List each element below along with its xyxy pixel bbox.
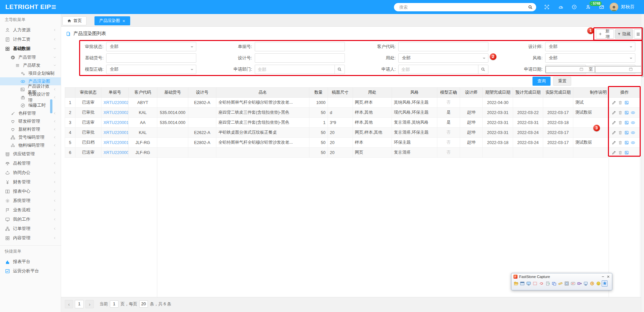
column-header[interactable]: 预计完成日期	[513, 88, 543, 98]
column-header[interactable]: 审批状态	[75, 88, 101, 98]
column-header[interactable]: 品名	[216, 88, 309, 98]
date-input[interactable]	[545, 65, 586, 74]
filter-select[interactable]: 全部	[106, 42, 196, 51]
column-header[interactable]: 制作说明	[573, 88, 609, 98]
order-number-link[interactable]: XRTU2200019	[103, 120, 129, 125]
image-icon[interactable]	[624, 110, 629, 115]
sidebar-scrollbar-thumb[interactable]	[50, 99, 52, 113]
tab-home[interactable]: 首页	[62, 16, 86, 25]
delete-icon[interactable]	[618, 120, 623, 125]
image-icon[interactable]	[624, 120, 629, 125]
faststone-caption-icon[interactable]	[570, 280, 576, 287]
sidebar-item[interactable]: 供应链管理	[0, 149, 61, 159]
column-header[interactable]: 单据号	[101, 88, 129, 98]
column-header[interactable]: 客户代码	[129, 88, 157, 98]
faststone-window[interactable]: F FastStone Capture	[511, 273, 612, 290]
column-header[interactable]: 风格	[392, 88, 437, 98]
faststone-freehand-icon[interactable]	[538, 280, 544, 287]
dashboard-icon[interactable]	[558, 4, 564, 10]
view-icon[interactable]	[631, 130, 635, 135]
tab-product-render[interactable]: 产品渲染图	[94, 16, 130, 25]
sidebar-toggle-icon[interactable]	[51, 4, 57, 11]
faststone-frame-icon[interactable]	[564, 280, 570, 287]
sidebar-item[interactable]: 报表平台	[0, 257, 61, 266]
faststone-fixed-region-icon[interactable]	[551, 280, 557, 287]
column-header[interactable]: 期望完成日期	[483, 88, 513, 98]
filter-search-input[interactable]	[255, 65, 335, 74]
sidebar-item[interactable]: 人力资源	[0, 25, 61, 35]
search-icon[interactable]	[528, 5, 533, 10]
filter-select[interactable]: 全部	[398, 53, 488, 63]
edit-icon[interactable]	[612, 130, 616, 135]
faststone-window-icon[interactable]	[519, 280, 525, 287]
delete-icon[interactable]	[618, 140, 623, 145]
sidebar-item[interactable]: 内容管理	[0, 233, 61, 243]
filter-text-input[interactable]	[106, 54, 196, 62]
column-header[interactable]: 实际完成日期	[543, 88, 573, 98]
add-button[interactable]: 新增	[596, 29, 614, 39]
prev-page-button[interactable]: ‹	[65, 300, 73, 308]
reset-button[interactable]: 重置	[553, 77, 571, 86]
order-number-link[interactable]: XRTU2200020	[103, 110, 129, 115]
filter-text-input[interactable]	[255, 54, 345, 62]
date-input[interactable]	[595, 65, 635, 74]
table-row[interactable]: 5已归档XRTU2200010JLF-RGE2802-A全铝特斯林气杆全铝穆尔铝…	[65, 138, 640, 148]
delete-icon[interactable]	[618, 110, 623, 115]
page-number-input[interactable]: 1	[110, 300, 119, 308]
filter-search-input[interactable]	[399, 65, 478, 74]
faststone-rect-capture-icon[interactable]	[532, 280, 538, 287]
column-header[interactable]: 设计师	[460, 88, 483, 98]
sidebar-item[interactable]: 项目企划编制	[0, 69, 61, 77]
image-icon[interactable]	[624, 130, 629, 135]
table-row[interactable]: 3已送审XRTU2200019AA535.0014.000座四背二铁皮三件套(含…	[65, 118, 640, 128]
sidebar-item[interactable]: 计件工资	[0, 35, 61, 44]
column-header[interactable]: 基础货号	[157, 88, 188, 98]
faststone-clock-icon[interactable]	[589, 280, 595, 287]
username[interactable]: 郑秋芬	[621, 0, 635, 14]
table-row[interactable]: 2已审批XRTU2200020KAL535.0014.000座四背二铁皮三件套(…	[65, 108, 640, 118]
filter-select[interactable]: 全部	[106, 65, 196, 74]
image-icon[interactable]	[624, 150, 629, 155]
search-icon[interactable]	[335, 65, 345, 74]
faststone-record-icon[interactable]	[583, 280, 589, 287]
next-page-button[interactable]: ›	[85, 300, 94, 308]
edit-icon[interactable]	[612, 140, 616, 145]
minimize-icon[interactable]	[601, 275, 605, 278]
faststone-scrolling-icon[interactable]	[545, 280, 551, 287]
table-row[interactable]: 4已审批XRTU2200018KALE2622-A半铝铁桌面分体式压纹板正餐桌5…	[65, 128, 640, 138]
scrollbar-thumb[interactable]	[641, 27, 644, 77]
column-header[interactable]: 操作	[609, 88, 640, 98]
avatar[interactable]	[610, 3, 618, 11]
column-header[interactable]	[65, 88, 75, 98]
hide-filter-button[interactable]: 隐藏	[615, 29, 633, 39]
filter-select[interactable]: 全部	[545, 42, 635, 51]
close-icon[interactable]	[122, 19, 126, 23]
sidebar-item[interactable]: 研发样管理	[0, 117, 61, 125]
search-icon[interactable]	[478, 65, 488, 74]
edit-icon[interactable]	[612, 100, 616, 105]
filter-text-input[interactable]	[399, 42, 488, 51]
faststone-titlebar[interactable]: F FastStone Capture	[511, 273, 612, 280]
faststone-open-icon[interactable]	[513, 280, 519, 287]
table-row[interactable]: 1已送审XRTU2200023ABYTE2802-A全铝特斯林气杆全铝穆尔铝管沙…	[65, 98, 640, 108]
sidebar-item[interactable]: 我的工作	[0, 215, 61, 224]
image-icon[interactable]	[624, 140, 629, 145]
table-row[interactable]: 6已送审XRTU2200009JLF-RG5020网页复古混搭否	[65, 148, 640, 158]
edit-icon[interactable]	[612, 110, 616, 115]
order-number-link[interactable]: XRTU2200010	[103, 140, 129, 145]
sidebar-item[interactable]: 业务流程	[0, 205, 61, 215]
page-size-input[interactable]: 20	[139, 300, 148, 308]
view-icon[interactable]	[631, 110, 635, 115]
delete-icon[interactable]	[618, 150, 623, 155]
sidebar-item[interactable]: P产品管理	[0, 53, 61, 61]
search-input[interactable]	[399, 5, 528, 10]
image-icon[interactable]	[624, 100, 629, 105]
faststone-ruler-icon[interactable]	[557, 280, 563, 287]
view-icon[interactable]	[631, 140, 635, 145]
order-number-link[interactable]: XRTU2200023	[103, 100, 129, 105]
sidebar-item[interactable]: 基础数据	[0, 44, 61, 53]
sidebar-item[interactable]: 协同办公	[0, 168, 61, 177]
delete-icon[interactable]	[618, 130, 623, 135]
column-header[interactable]: 模型正确	[437, 88, 460, 98]
edit-icon[interactable]	[612, 120, 616, 125]
